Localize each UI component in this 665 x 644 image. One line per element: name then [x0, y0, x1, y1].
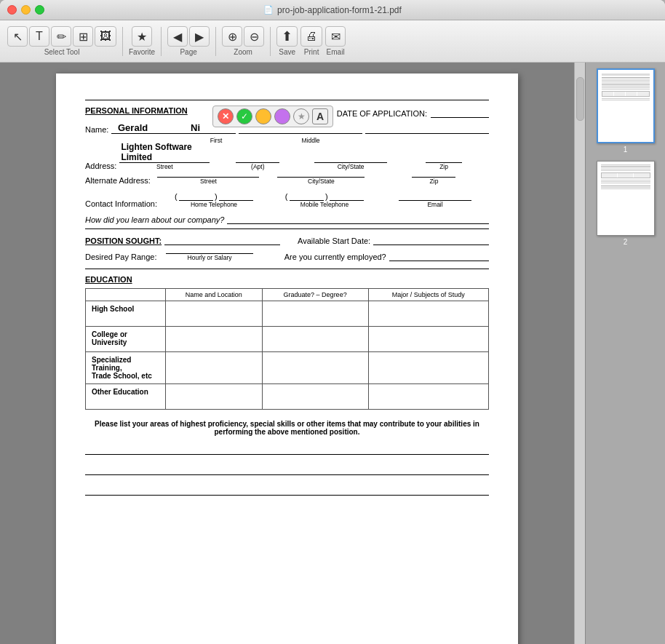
- home-phone-group: ( ) Home Telephone: [160, 191, 268, 208]
- alt-city-group: City/State: [266, 177, 376, 185]
- how-section: How did you learn about our company?: [85, 214, 489, 224]
- position-sought-label: POSITION SOUGHT:: [85, 236, 162, 245]
- maximize-button[interactable]: [35, 5, 44, 15]
- currently-employed-field[interactable]: [389, 251, 489, 261]
- pay-row: Desired Pay Range: Hourly or Salary Are …: [85, 251, 489, 261]
- alt-address-row: Alternate Address: Street City/State Zip: [85, 176, 489, 185]
- pdf-viewer[interactable]: ✕ ✓ ★ A PERSONAL INFORMATION DATE OF APP…: [0, 63, 574, 644]
- edu-high-school-grad[interactable]: [262, 301, 368, 327]
- prev-page-button[interactable]: ◀: [167, 26, 188, 47]
- thumb-page-1[interactable]: [597, 68, 655, 143]
- toolbar-email-group: ✉ Email: [325, 26, 346, 56]
- apt-group: (Apt): [212, 162, 303, 170]
- select-tool-buttons: ↖ T ✏ ⊞ 🖼: [7, 26, 116, 47]
- pdf-page: ✕ ✓ ★ A PERSONAL INFORMATION DATE OF APP…: [56, 73, 518, 644]
- thumbnail-2[interactable]: 2: [597, 161, 655, 246]
- edu-specialized-name[interactable]: [166, 352, 263, 384]
- save-button[interactable]: ⬆: [276, 26, 298, 47]
- contact-section: Contact Information: ( ) Home Telephone: [85, 191, 489, 208]
- home-phone-wrapper: ( ): [175, 191, 253, 201]
- ann-circle-button[interactable]: [255, 108, 271, 124]
- thumbnail-1[interactable]: 1: [597, 68, 655, 154]
- edu-other-name[interactable]: [166, 384, 263, 410]
- position-field[interactable]: [164, 235, 280, 245]
- zoom-in-button[interactable]: ⊕: [222, 26, 242, 47]
- print-button[interactable]: 🖨: [300, 26, 322, 47]
- date-of-application-field[interactable]: [431, 108, 489, 118]
- personal-info-header: PERSONAL INFORMATION: [85, 106, 188, 115]
- edu-high-school-name[interactable]: [166, 301, 263, 327]
- mobile-paren-open: (: [285, 192, 288, 201]
- available-start-field[interactable]: [373, 235, 489, 245]
- alt-address-section: Alternate Address: Street City/State Zip: [85, 176, 489, 185]
- home-area-field[interactable]: [179, 191, 214, 201]
- street-sub-label: Street: [156, 163, 173, 170]
- email-label: Email: [327, 48, 345, 56]
- mobile-paren-close: ): [325, 192, 328, 201]
- close-button[interactable]: [7, 5, 17, 15]
- how-field[interactable]: [227, 214, 489, 224]
- content-area: ✕ ✓ ★ A PERSONAL INFORMATION DATE OF APP…: [0, 63, 665, 644]
- contact-label: Contact Information:: [85, 199, 157, 208]
- name-middle-field[interactable]: [365, 124, 489, 134]
- mobile-area-field[interactable]: [290, 191, 324, 201]
- name-last-value: Ni: [191, 122, 200, 133]
- street-field[interactable]: Lighten Software Limited: [119, 150, 210, 163]
- alt-street-sub-label: Street: [200, 178, 217, 185]
- print-label: Print: [304, 48, 319, 56]
- zoom-out-button[interactable]: ⊖: [244, 26, 264, 47]
- pointer-tool-button[interactable]: ↖: [7, 26, 28, 47]
- ann-check-button[interactable]: ✓: [236, 108, 252, 124]
- thumbnail-sidebar: 1: [585, 63, 665, 644]
- address-value: Lighten Software Limited: [121, 142, 210, 162]
- edu-other-grad[interactable]: [262, 384, 368, 410]
- edu-college-grad[interactable]: [262, 327, 368, 352]
- edu-college-major[interactable]: [368, 327, 488, 352]
- edu-other-label: Other Education: [86, 384, 166, 410]
- favorite-button[interactable]: ★: [132, 26, 152, 47]
- edu-specialized-grad[interactable]: [262, 352, 368, 384]
- table-row: College or University: [86, 327, 489, 352]
- how-label: How did you learn about our company?: [85, 215, 224, 224]
- edu-specialized-major[interactable]: [368, 352, 488, 384]
- section-divider-1: [85, 228, 489, 229]
- skills-line-3[interactable]: [85, 484, 489, 496]
- pay-section: Desired Pay Range: Hourly or Salary Are …: [85, 251, 489, 261]
- image-tool-button[interactable]: 🖼: [95, 26, 116, 47]
- middle-sub-label: Middle: [263, 137, 358, 144]
- ann-star-button[interactable]: ★: [293, 108, 309, 124]
- thumb-number-2: 2: [624, 238, 628, 246]
- minimize-button[interactable]: [21, 5, 31, 15]
- address-label: Address:: [85, 162, 116, 170]
- skills-line-1[interactable]: [85, 443, 489, 455]
- edu-college-name[interactable]: [166, 327, 263, 352]
- next-page-button[interactable]: ▶: [189, 26, 210, 47]
- favorite-label: Favorite: [129, 48, 155, 56]
- scroll-thumb[interactable]: [576, 77, 584, 121]
- email-button[interactable]: ✉: [325, 26, 346, 47]
- table-tool-button[interactable]: ⊞: [73, 26, 93, 47]
- skills-line-2[interactable]: [85, 464, 489, 475]
- mobile-phone-sub-label: Mobile Telephone: [300, 201, 349, 208]
- zip-sub-label: Zip: [439, 163, 448, 170]
- mobile-number-field[interactable]: [330, 191, 365, 201]
- home-paren-close: ): [215, 192, 218, 201]
- toolbar-page-group: ◀ ▶ Page: [167, 26, 210, 56]
- edit-tool-button[interactable]: ✏: [51, 26, 71, 47]
- ann-text-button[interactable]: A: [312, 108, 328, 124]
- edu-high-school-major[interactable]: [368, 301, 488, 327]
- mobile-phone-group: ( ) Mobile Telephone: [271, 191, 378, 208]
- app-window: 📄 pro-job-application-form1-21.pdf ↖ T ✏…: [0, 0, 665, 644]
- edu-th-name: Name and Location: [166, 289, 263, 301]
- name-label: Name:: [85, 125, 108, 134]
- ann-diamond-button[interactable]: [274, 108, 290, 124]
- sep4: [270, 27, 271, 56]
- scrollbar[interactable]: [574, 63, 585, 644]
- toolbar-select-group: ↖ T ✏ ⊞ 🖼 Select Tool: [7, 26, 116, 56]
- thumb-page-2[interactable]: [597, 161, 655, 236]
- home-number-field[interactable]: [219, 191, 254, 201]
- text-tool-button[interactable]: T: [29, 26, 49, 47]
- edu-other-major[interactable]: [368, 384, 488, 410]
- edu-th-major: Major / Subjects of Study: [368, 289, 488, 301]
- ann-close-button[interactable]: ✕: [218, 108, 234, 124]
